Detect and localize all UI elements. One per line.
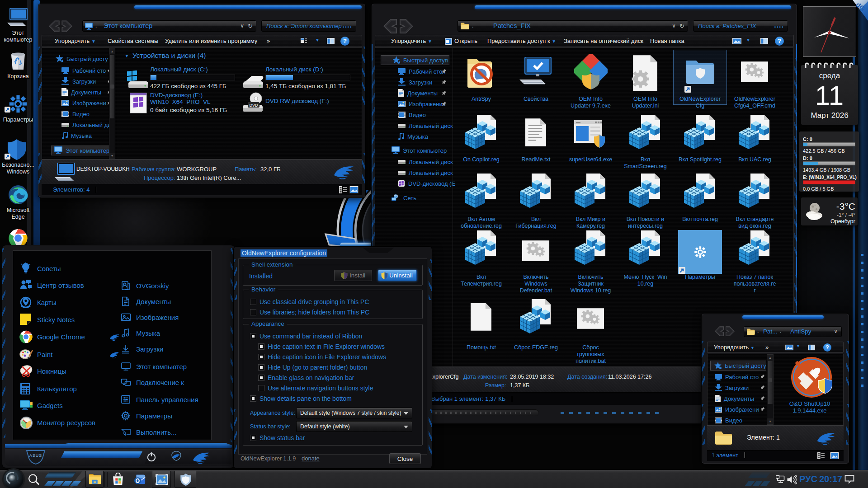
svg-text:DVD: DVD <box>249 103 258 108</box>
svg-text:ASUS: ASUS <box>29 453 42 458</box>
